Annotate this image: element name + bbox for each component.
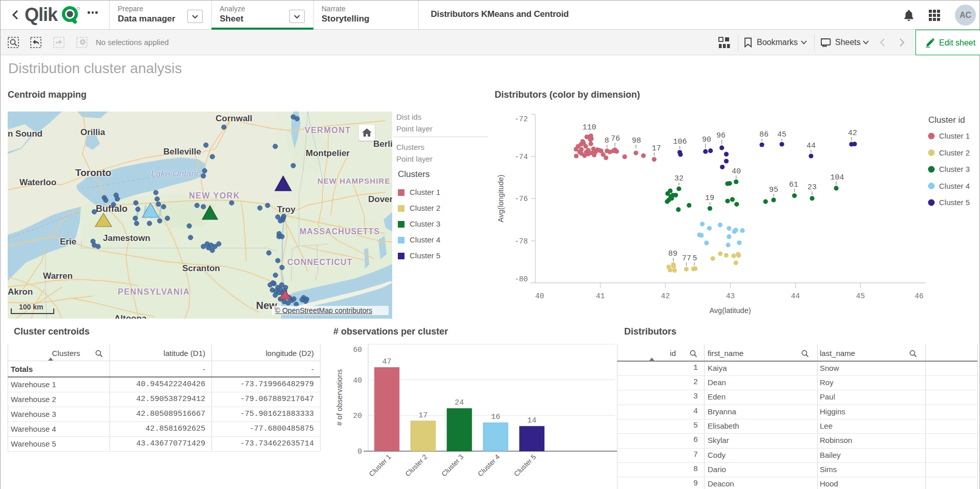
svg-text:14: 14 bbox=[527, 416, 537, 425]
svg-text:104: 104 bbox=[830, 173, 844, 182]
svg-text:-78: -78 bbox=[515, 237, 528, 246]
svg-text:44: 44 bbox=[791, 292, 800, 300]
svg-text:Cluster 3: Cluster 3 bbox=[440, 453, 465, 478]
svg-text:60: 60 bbox=[353, 346, 362, 354]
svg-text:Cluster 2: Cluster 2 bbox=[939, 148, 970, 157]
svg-text:46: 46 bbox=[914, 292, 923, 300]
svg-text:17: 17 bbox=[418, 411, 428, 420]
svg-text:40: 40 bbox=[535, 292, 544, 300]
svg-text:98: 98 bbox=[632, 137, 641, 145]
svg-text:47: 47 bbox=[382, 358, 391, 366]
svg-text:Cluster 4: Cluster 4 bbox=[476, 453, 501, 478]
svg-text:Cluster 5: Cluster 5 bbox=[939, 198, 970, 207]
svg-text:42: 42 bbox=[848, 129, 857, 138]
svg-text:106: 106 bbox=[673, 138, 687, 146]
svg-text:Cluster 4: Cluster 4 bbox=[939, 182, 970, 190]
svg-text:24: 24 bbox=[455, 398, 464, 407]
svg-text:Cluster 3: Cluster 3 bbox=[939, 165, 970, 173]
svg-text:Cluster 5: Cluster 5 bbox=[513, 453, 538, 478]
svg-text:# of observations: # of observations bbox=[335, 369, 344, 426]
svg-text:-76: -76 bbox=[515, 195, 528, 203]
svg-text:-80: -80 bbox=[515, 275, 528, 283]
svg-text:76: 76 bbox=[611, 135, 620, 143]
svg-text:Cluster 2: Cluster 2 bbox=[404, 453, 429, 478]
svg-text:41: 41 bbox=[596, 292, 605, 300]
svg-text:61: 61 bbox=[789, 181, 798, 189]
svg-text:40: 40 bbox=[353, 376, 362, 385]
svg-text:-72: -72 bbox=[515, 115, 528, 123]
svg-text:5: 5 bbox=[692, 254, 697, 263]
svg-text:Cluster 1: Cluster 1 bbox=[368, 453, 393, 478]
svg-text:Avg(latitude): Avg(latitude) bbox=[709, 306, 751, 315]
svg-text:95: 95 bbox=[769, 186, 778, 194]
svg-text:45: 45 bbox=[777, 130, 786, 139]
svg-text:17: 17 bbox=[652, 144, 661, 153]
svg-text:110: 110 bbox=[582, 123, 596, 132]
svg-text:23: 23 bbox=[807, 183, 817, 192]
svg-text:42: 42 bbox=[661, 292, 670, 300]
svg-text:Avg(longitude): Avg(longitude) bbox=[497, 174, 505, 222]
svg-text:43: 43 bbox=[726, 292, 735, 300]
svg-text:Cluster id: Cluster id bbox=[928, 115, 965, 125]
svg-text:90: 90 bbox=[702, 136, 711, 144]
svg-text:Cluster 1: Cluster 1 bbox=[939, 131, 970, 140]
svg-text:16: 16 bbox=[491, 413, 500, 421]
svg-text:19: 19 bbox=[705, 194, 714, 203]
svg-text:96: 96 bbox=[716, 131, 726, 140]
svg-text:-74: -74 bbox=[515, 153, 528, 161]
svg-text:0: 0 bbox=[357, 448, 362, 456]
svg-text:45: 45 bbox=[856, 292, 865, 300]
svg-text:32: 32 bbox=[674, 174, 684, 183]
svg-text:86: 86 bbox=[759, 130, 769, 139]
svg-text:44: 44 bbox=[806, 142, 816, 150]
svg-text:77: 77 bbox=[682, 254, 691, 263]
svg-text:8: 8 bbox=[604, 137, 609, 145]
svg-text:89: 89 bbox=[668, 250, 677, 258]
svg-text:20: 20 bbox=[353, 412, 362, 420]
svg-text:40: 40 bbox=[732, 167, 741, 176]
